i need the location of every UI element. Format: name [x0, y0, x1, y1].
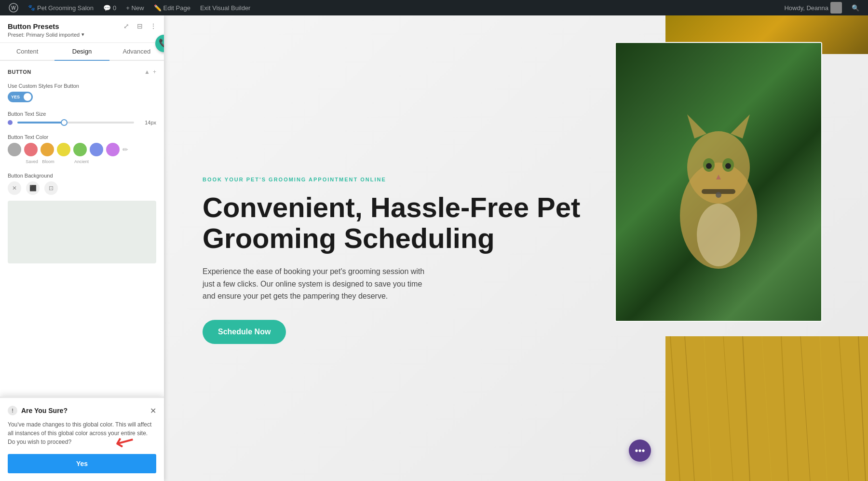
cat-illustration [646, 81, 791, 283]
color-label-bloom: Bloom [41, 159, 55, 164]
new-item[interactable]: + New [121, 0, 149, 15]
site-name-item[interactable]: 🐾 Pet Grooming Salon [23, 0, 98, 15]
content-headline: Convenient, Hassle-Free Pet Grooming Sch… [203, 192, 627, 254]
confirm-dialog: ! Are You Sure? ✕ You've made changes to… [0, 397, 164, 481]
add-section-icon[interactable]: + [153, 69, 156, 75]
new-label: + New [126, 4, 144, 12]
site-name-label: Pet Grooming Salon [37, 4, 94, 12]
slider-fill [17, 122, 64, 124]
bg-icon-item-1: ✕ [8, 181, 21, 195]
bg-label: Button Background [8, 173, 156, 179]
color-label-ancient: Ancient [74, 159, 88, 164]
color-swatch-yellow[interactable] [57, 143, 70, 156]
wp-logo-item[interactable]: W [4, 0, 23, 15]
color-swatch-green[interactable] [73, 143, 87, 156]
custom-styles-toggle-wrap: YES [8, 92, 156, 102]
expand-icon[interactable]: ⤢ [122, 21, 131, 31]
sidebar-subtitle-text: Preset: Primary Solid imported [8, 32, 80, 38]
confirm-yes-button[interactable]: Yes [8, 454, 156, 473]
comments-count: 0 [113, 4, 116, 12]
confirm-close-button[interactable]: ✕ [150, 406, 156, 415]
dots-menu-button[interactable]: ••• [629, 440, 651, 462]
grass-texture [665, 336, 868, 481]
toggle-yes-label: YES [11, 95, 20, 99]
button-section-header: Button ▲ + [8, 69, 156, 75]
color-pencil-icon[interactable]: ✏ [122, 146, 128, 153]
custom-styles-toggle[interactable]: YES [8, 92, 33, 102]
edit-page-label: Edit Page [163, 4, 190, 12]
howdy-item[interactable]: Howdy, Deanna [779, 0, 847, 15]
text-size-slider[interactable] [17, 122, 134, 124]
text-size-field: Button Text Size 14px [8, 111, 156, 125]
collapse-icon[interactable]: ▲ [144, 69, 150, 75]
schedule-now-button[interactable]: Schedule Now [203, 320, 286, 344]
text-color-label: Button Text Color [8, 134, 156, 140]
custom-styles-label: Use Custom Styles For Button [8, 83, 156, 89]
sidebar-panel: 📞 Button Presets Preset: Primary Solid i… [0, 15, 164, 481]
svg-point-12 [716, 192, 721, 198]
sidebar-subtitle: Preset: Primary Solid imported ▾ [8, 31, 156, 38]
bg-icon-2[interactable]: ⬛ [26, 181, 40, 195]
color-swatches: ✏ [8, 143, 156, 156]
confirm-header: ! Are You Sure? ✕ [8, 406, 156, 415]
content-overlay: BOOK YOUR PET'S GROOMING APPOINTMENT ONL… [164, 40, 665, 481]
howdy-label: Howdy, Deanna [784, 4, 828, 12]
columns-icon[interactable]: ⊟ [135, 21, 145, 31]
chevron-down-icon[interactable]: ▾ [81, 31, 84, 38]
color-swatch-blue[interactable] [90, 143, 103, 156]
search-icon: 🔍 [852, 4, 859, 12]
sidebar-tabs: Content Design Advanced [0, 43, 164, 61]
search-item[interactable]: 🔍 [847, 0, 864, 15]
svg-point-9 [725, 163, 731, 169]
admin-bar: W 🐾 Pet Grooming Salon 💬 0 + New ✏️ Edit… [0, 0, 868, 15]
svg-marker-4 [687, 114, 706, 138]
text-size-label: Button Text Size [8, 111, 156, 117]
comment-icon: 💬 [103, 4, 111, 12]
confirm-body: You've made changes to this global color… [8, 420, 156, 446]
bottom-right-image-inner [665, 336, 868, 481]
confirm-title: ! Are You Sure? [8, 406, 68, 415]
edit-icon: ✏️ [154, 4, 162, 12]
color-label-saved: Saved [25, 159, 39, 164]
color-swatch-purple[interactable] [106, 143, 120, 156]
admin-bar-right: Howdy, Deanna 🔍 [779, 0, 864, 15]
bg-icons-row: ✕ ⬛ ⊡ [8, 181, 156, 195]
confirm-title-text: Are You Sure? [21, 407, 68, 414]
slider-thumb[interactable] [61, 119, 68, 126]
dots-icon: ••• [635, 445, 645, 456]
content-description: Experience the ease of booking your pet'… [203, 265, 434, 302]
comments-item[interactable]: 💬 0 [98, 0, 121, 15]
color-labels: Saved Bloom Ancient [8, 159, 156, 164]
color-swatch-red[interactable] [24, 143, 38, 156]
exit-builder-item[interactable]: Exit Visual Builder [195, 0, 256, 15]
svg-point-8 [706, 163, 712, 169]
bg-field: Button Background ✕ ⬛ ⊡ [8, 173, 156, 263]
main-layout: 📞 Button Presets Preset: Primary Solid i… [0, 15, 868, 481]
color-label-empty [58, 159, 71, 164]
bottom-right-image [665, 336, 868, 481]
tab-content[interactable]: Content [0, 43, 54, 61]
color-swatch-orange[interactable] [41, 143, 54, 156]
custom-styles-field: Use Custom Styles For Button YES [8, 83, 156, 102]
tab-design[interactable]: Design [54, 43, 109, 61]
avatar [830, 2, 842, 14]
edit-page-item[interactable]: ✏️ Edit Page [149, 0, 195, 15]
color-swatch-gray[interactable] [8, 143, 21, 156]
phone-icon: 📞 [159, 38, 164, 49]
slider-dot [8, 120, 13, 125]
sidebar-header-icons: ⤢ ⊟ ⋮ [122, 21, 158, 31]
sidebar-header: Button Presets Preset: Primary Solid imp… [0, 15, 164, 43]
text-size-slider-row: 14px [8, 120, 156, 125]
color-label-gray [9, 159, 22, 164]
bg-icon-3[interactable]: ⊡ [44, 181, 58, 195]
text-color-field: Button Text Color ✏ Saved [8, 134, 156, 164]
more-icon[interactable]: ⋮ [149, 21, 158, 31]
main-content: BOOK YOUR PET'S GROOMING APPOINTMENT ONL… [164, 15, 868, 481]
site-preview: BOOK YOUR PET'S GROOMING APPOINTMENT ONL… [164, 15, 868, 481]
svg-marker-5 [731, 114, 750, 138]
wp-logo-icon: W [9, 3, 18, 13]
svg-point-13 [697, 204, 740, 266]
section-icons: ▲ + [144, 69, 156, 75]
bg-icon-1[interactable]: ✕ [8, 181, 21, 195]
toggle-knob [24, 93, 31, 101]
